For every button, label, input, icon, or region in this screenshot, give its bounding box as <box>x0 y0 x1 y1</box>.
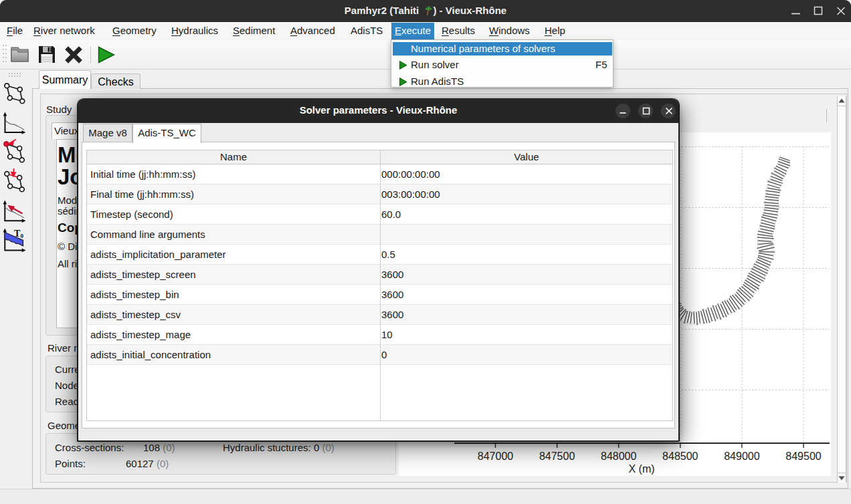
svg-text:T: T <box>14 229 21 239</box>
svg-text:849500: 849500 <box>785 451 821 462</box>
svg-text:848500: 848500 <box>662 451 698 462</box>
svg-text:X (m): X (m) <box>628 463 654 475</box>
svg-text:848000: 848000 <box>601 451 636 462</box>
svg-text:847500: 847500 <box>539 451 575 462</box>
svg-text:0: 0 <box>21 233 24 239</box>
svg-text:847000: 847000 <box>478 451 513 462</box>
svg-text:849000: 849000 <box>724 451 759 462</box>
